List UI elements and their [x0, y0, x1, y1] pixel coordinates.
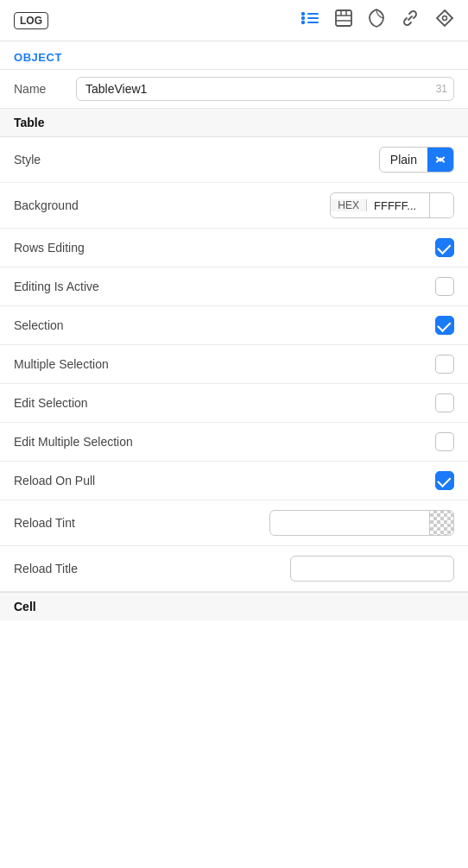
edit-selection-row: Edit Selection: [0, 384, 468, 423]
editing-is-active-checkbox[interactable]: [435, 277, 454, 296]
rows-editing-row: Rows Editing: [0, 229, 468, 267]
name-input-wrapper: 31: [76, 77, 454, 101]
multiple-selection-row: Multiple Selection: [0, 345, 468, 384]
reload-title-row: Reload Title: [0, 546, 468, 592]
selection-row: Selection: [0, 306, 468, 345]
toolbar-icons: [300, 9, 454, 32]
style-label: Style: [14, 153, 370, 167]
properties: Style Plain Background HEX FFFFF...: [0, 137, 468, 592]
bg-hex-value: FFFFF...: [367, 199, 429, 212]
name-input[interactable]: [76, 77, 454, 101]
reload-on-pull-row: Reload On Pull: [0, 462, 468, 500]
selection-checkbox[interactable]: [435, 316, 454, 335]
toolbar: LOG: [0, 0, 468, 41]
edit-selection-control: [435, 393, 454, 412]
edit-multiple-selection-label: Edit Multiple Selection: [14, 435, 427, 449]
reload-tint-input-wrapper: [269, 510, 454, 536]
name-label: Name: [14, 82, 66, 96]
table-section-header: Table: [0, 109, 468, 137]
reload-on-pull-control: [435, 471, 454, 490]
eye-icon[interactable]: [435, 9, 454, 32]
list-icon[interactable]: [300, 10, 319, 30]
multiple-selection-control: [435, 355, 454, 374]
cell-section-header: Cell: [0, 592, 468, 620]
edit-multiple-selection-checkbox[interactable]: [435, 432, 454, 451]
reload-title-input[interactable]: [290, 556, 454, 582]
svg-rect-3: [307, 13, 319, 15]
editing-is-active-row: Editing Is Active: [0, 267, 468, 306]
style-dropdown[interactable]: Plain: [379, 147, 454, 173]
shield-icon[interactable]: [368, 9, 385, 32]
reload-on-pull-checkbox[interactable]: [435, 471, 454, 490]
svg-point-11: [443, 16, 447, 21]
edit-selection-checkbox[interactable]: [435, 393, 454, 412]
frame-icon[interactable]: [335, 9, 352, 31]
editing-is-active-label: Editing Is Active: [14, 280, 427, 293]
style-row: Style Plain: [0, 137, 468, 183]
editing-is-active-control: [435, 277, 454, 296]
bg-hex-label: HEX: [331, 199, 367, 211]
reload-tint-input[interactable]: [270, 517, 429, 530]
background-color-control[interactable]: HEX FFFFF...: [330, 192, 454, 218]
style-control: Plain: [379, 147, 454, 173]
svg-point-1: [301, 16, 305, 20]
rows-editing-checkbox[interactable]: [435, 238, 454, 257]
reload-tint-label: Reload Tint: [14, 516, 261, 530]
bg-swatch[interactable]: [429, 192, 453, 218]
edit-selection-label: Edit Selection: [14, 396, 427, 410]
svg-rect-6: [336, 10, 351, 26]
link-icon[interactable]: [401, 9, 420, 32]
background-row: Background HEX FFFFF...: [0, 183, 468, 229]
reload-tint-control: [269, 510, 454, 536]
multiple-selection-checkbox[interactable]: [435, 355, 454, 374]
background-control: HEX FFFFF...: [330, 192, 454, 218]
name-count: 31: [436, 83, 447, 95]
multiple-selection-label: Multiple Selection: [14, 357, 427, 371]
svg-point-0: [301, 12, 305, 16]
selection-control: [435, 316, 454, 335]
name-row: Name 31: [0, 69, 468, 109]
svg-point-2: [301, 21, 305, 24]
edit-multiple-selection-row: Edit Multiple Selection: [0, 423, 468, 462]
style-dropdown-button[interactable]: [427, 147, 453, 173]
edit-multiple-selection-control: [435, 432, 454, 451]
log-button[interactable]: LOG: [14, 12, 48, 29]
style-value: Plain: [380, 153, 427, 167]
reload-tint-row: Reload Tint: [0, 500, 468, 546]
svg-rect-4: [307, 17, 319, 19]
svg-rect-5: [307, 22, 319, 23]
rows-editing-label: Rows Editing: [14, 241, 427, 255]
reload-title-control: [290, 556, 454, 582]
selection-label: Selection: [14, 318, 427, 332]
reload-on-pull-label: Reload On Pull: [14, 474, 427, 487]
background-label: Background: [14, 198, 321, 212]
reload-title-label: Reload Title: [14, 562, 281, 576]
rows-editing-control: [435, 238, 454, 257]
reload-tint-swatch[interactable]: [429, 510, 453, 536]
object-header: OBJECT: [0, 41, 468, 69]
object-label: OBJECT: [14, 51, 62, 64]
